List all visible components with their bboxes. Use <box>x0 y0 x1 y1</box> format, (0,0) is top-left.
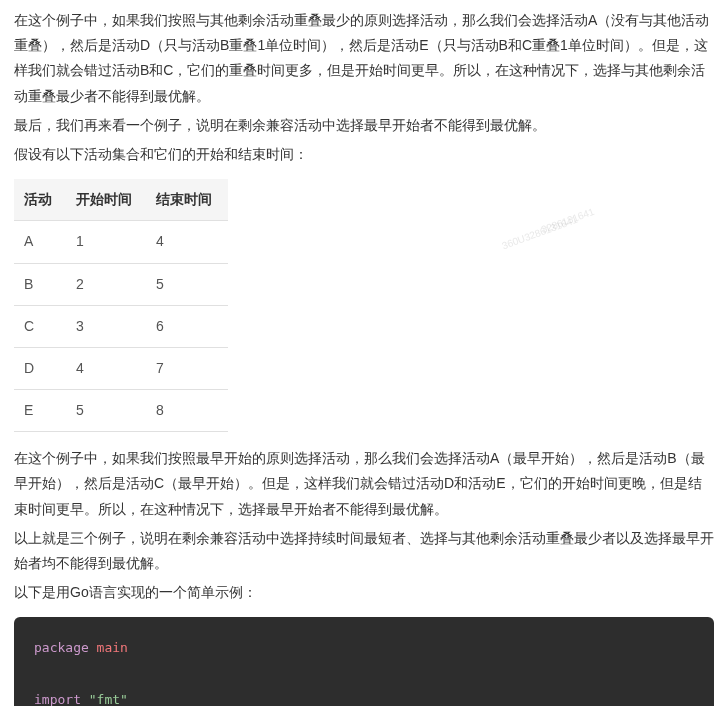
col-start: 开始时间 <box>68 179 148 221</box>
para-table-intro: 假设有以下活动集合和它们的开始和结束时间： <box>14 142 714 167</box>
table-header-row: 活动 开始时间 结束时间 <box>14 179 228 221</box>
para-summary: 以上就是三个例子，说明在剩余兼容活动中选择持续时间最短者、选择与其他剩余活动重叠… <box>14 526 714 576</box>
cell-activity: E <box>14 390 68 432</box>
cell-start: 1 <box>68 221 148 263</box>
watermark: 3286131641 <box>539 203 597 239</box>
col-activity: 活动 <box>14 179 68 221</box>
para-earliest-example: 在这个例子中，如果我们按照最早开始的原则选择活动，那么我们会选择活动A（最早开始… <box>14 446 714 522</box>
table-row: A 1 4 <box>14 221 228 263</box>
para-code-intro: 以下是用Go语言实现的一个简单示例： <box>14 580 714 605</box>
activity-table: 活动 开始时间 结束时间 A 1 4 B 2 5 C 3 6 D 4 7 E 5… <box>14 179 228 432</box>
cell-activity: A <box>14 221 68 263</box>
table-row: E 5 8 <box>14 390 228 432</box>
cell-activity: D <box>14 347 68 389</box>
table-row: D 4 7 <box>14 347 228 389</box>
table-row: B 2 5 <box>14 263 228 305</box>
cell-start: 5 <box>68 390 148 432</box>
table-row: C 3 6 <box>14 305 228 347</box>
cell-activity: C <box>14 305 68 347</box>
code-line: package main <box>34 635 694 661</box>
para-overlap-example: 在这个例子中，如果我们按照与其他剩余活动重叠最少的原则选择活动，那么我们会选择活… <box>14 8 714 109</box>
watermark: 360U3286131641 <box>499 211 580 255</box>
cell-start: 4 <box>68 347 148 389</box>
col-end: 结束时间 <box>148 179 228 221</box>
cell-end: 8 <box>148 390 228 432</box>
code-block: package main import "fmt" type activity … <box>14 617 714 706</box>
cell-start: 3 <box>68 305 148 347</box>
cell-start: 2 <box>68 263 148 305</box>
cell-end: 6 <box>148 305 228 347</box>
para-final-intro: 最后，我们再来看一个例子，说明在剩余兼容活动中选择最早开始者不能得到最优解。 <box>14 113 714 138</box>
cell-end: 7 <box>148 347 228 389</box>
cell-end: 4 <box>148 221 228 263</box>
code-line <box>34 661 694 687</box>
cell-end: 5 <box>148 263 228 305</box>
cell-activity: B <box>14 263 68 305</box>
code-line: import "fmt" <box>34 687 694 706</box>
